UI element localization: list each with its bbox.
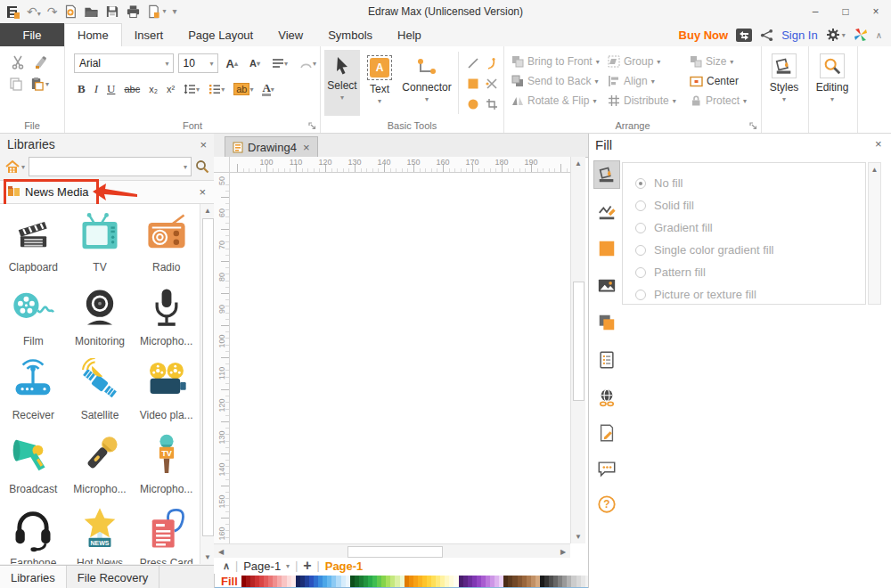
redo-button[interactable]: ↷	[47, 5, 58, 18]
library-search-input[interactable]	[29, 159, 180, 175]
fill-panel-close-icon[interactable]: ×	[875, 137, 882, 151]
line-tool-icon[interactable]	[464, 53, 482, 73]
fill-option-gradient[interactable]: Gradient fill	[635, 216, 865, 239]
horizontal-scrollbar[interactable]: ◀ ▶	[214, 543, 570, 559]
new-document-button[interactable]	[63, 4, 78, 19]
copy-icon[interactable]	[9, 77, 23, 91]
settings-gear-icon[interactable]: ▾	[826, 28, 846, 42]
line-spacing-button[interactable]: ▾	[180, 82, 203, 96]
align-button[interactable]: Align▾	[608, 71, 690, 91]
group-button[interactable]: Group▾	[608, 52, 690, 71]
maximize-button[interactable]: □	[830, 0, 861, 23]
customize-toolbar-button[interactable]: ▾	[173, 7, 177, 16]
crop-tool-icon[interactable]	[483, 94, 501, 114]
buy-now-link[interactable]: Buy Now	[679, 29, 729, 42]
library-shape-microphone-2[interactable]: Micropho...	[67, 429, 134, 503]
tab-symbols[interactable]: Symbols	[315, 23, 385, 46]
protect-button[interactable]: Protect▾	[690, 91, 763, 110]
tab-file-recovery[interactable]: File Recovery	[67, 566, 159, 588]
page-select-dropdown-icon[interactable]: ▾	[286, 562, 290, 570]
paste-icon[interactable]: ▾	[30, 77, 49, 91]
note-icon[interactable]	[593, 419, 620, 447]
scroll-down-icon[interactable]: ▼	[571, 530, 585, 543]
document-tab-close-icon[interactable]: ×	[303, 141, 310, 154]
library-shape-microphone[interactable]: Micropho...	[133, 282, 200, 355]
tab-help[interactable]: Help	[385, 23, 434, 46]
library-search-box[interactable]: ▾	[29, 157, 192, 176]
line-style-icon[interactable]	[593, 198, 620, 226]
vertical-scrollbar[interactable]: ▲ ▼	[570, 157, 585, 543]
sign-in-link[interactable]: Sign In	[781, 29, 817, 42]
fill-option-pattern[interactable]: Pattern fill	[635, 261, 865, 283]
document-tab[interactable]: Drawing4 ×	[225, 136, 318, 157]
cut-icon[interactable]	[11, 55, 25, 69]
undo-button[interactable]: ↶▾	[27, 5, 41, 18]
ellipse-tool-icon[interactable]	[464, 94, 482, 114]
tab-insert[interactable]: Insert	[122, 23, 176, 46]
color-palette[interactable]	[241, 576, 594, 587]
library-shape-earphone[interactable]: Earphone	[0, 503, 67, 564]
font-color-button[interactable]: A▾	[258, 80, 277, 98]
page-setup-icon[interactable]	[593, 346, 620, 374]
libraries-close-icon[interactable]: ×	[200, 138, 207, 151]
library-shape-press-card[interactable]: Press Card	[133, 503, 200, 564]
bullet-list-button[interactable]: ▾	[205, 82, 228, 96]
library-shape-clapboard[interactable]: Clapboard	[0, 208, 67, 282]
collapse-pages-icon[interactable]: ∧	[223, 560, 230, 572]
print-button[interactable]	[126, 4, 141, 19]
fill-option-picture[interactable]: Picture or texture fill	[635, 283, 865, 306]
page-tab-active[interactable]: Page-1	[325, 559, 364, 573]
library-shape-radio[interactable]: Radio	[133, 208, 200, 282]
fill-option-single-gradient[interactable]: Single color gradient fill	[635, 239, 865, 261]
font-family-select[interactable]: Arial▾	[74, 53, 174, 73]
library-header[interactable]: News Media ×	[0, 180, 214, 204]
help-icon[interactable]: ?	[593, 490, 620, 519]
select-tool-button[interactable]: Select▾	[324, 50, 360, 116]
page-select[interactable]: Page-1	[243, 559, 281, 573]
library-shape-hot-news[interactable]: NEWSHot News	[67, 503, 134, 564]
font-dialog-launcher-icon[interactable]	[308, 122, 316, 130]
bring-to-front-button[interactable]: Bring to Front▾	[511, 52, 608, 71]
scroll-up-icon[interactable]: ▲	[869, 163, 880, 176]
styles-button[interactable]: Styles▾	[762, 46, 806, 103]
italic-button[interactable]: I	[91, 80, 102, 98]
minimize-button[interactable]: –	[800, 0, 830, 23]
text-highlight-button[interactable]: ab▾	[230, 81, 257, 97]
export-button[interactable]: ▾	[147, 4, 166, 19]
shrink-font-button[interactable]: A▾	[246, 56, 264, 70]
library-shape-satellite[interactable]: Satellite	[67, 355, 134, 429]
subscript-button[interactable]: x₂	[145, 82, 161, 96]
grow-font-button[interactable]: A▴	[223, 55, 241, 72]
connector-tool-button[interactable]: Connector▾	[399, 50, 454, 116]
text-tool-button[interactable]: A Text▾	[362, 50, 397, 116]
close-button[interactable]: ×	[861, 0, 891, 23]
underline-button[interactable]: U	[103, 80, 119, 98]
collapse-ribbon-icon[interactable]: ∧	[876, 30, 882, 40]
library-shape-film[interactable]: Film	[0, 282, 67, 355]
text-arc-button[interactable]: ▾	[296, 57, 320, 70]
edraw-x-icon[interactable]	[854, 28, 868, 42]
hyperlink-icon[interactable]	[593, 383, 620, 412]
strikethrough-button[interactable]: abc	[120, 82, 143, 96]
pencil-tool-icon[interactable]	[483, 74, 501, 94]
quick-color-icon[interactable]	[593, 234, 620, 263]
rectangle-tool-icon[interactable]	[464, 74, 482, 94]
fill-tool-icon[interactable]	[593, 160, 620, 189]
format-painter-icon[interactable]	[34, 55, 48, 69]
comment-icon[interactable]	[593, 454, 620, 483]
save-button[interactable]	[105, 4, 119, 19]
rotate-flip-button[interactable]: Rotate & Flip▾	[511, 91, 608, 110]
library-shape-broadcast[interactable]: Broadcast	[0, 429, 67, 503]
library-shape-microphone-3[interactable]: TVMicropho...	[133, 429, 200, 503]
send-to-back-button[interactable]: Send to Back▾	[511, 71, 608, 91]
add-page-button[interactable]: +	[303, 558, 311, 574]
center-button[interactable]: Center	[690, 71, 763, 91]
library-shape-tv[interactable]: TV	[67, 208, 134, 282]
bold-button[interactable]: B	[74, 80, 89, 98]
tab-home[interactable]: Home	[64, 23, 122, 46]
font-size-select[interactable]: 10▾	[178, 53, 218, 73]
library-shape-monitoring[interactable]: Monitoring	[67, 282, 134, 355]
scroll-left-icon[interactable]: ◀	[214, 545, 228, 559]
shadow-icon[interactable]	[593, 308, 620, 337]
fill-option-solid[interactable]: Solid fill	[635, 194, 865, 216]
